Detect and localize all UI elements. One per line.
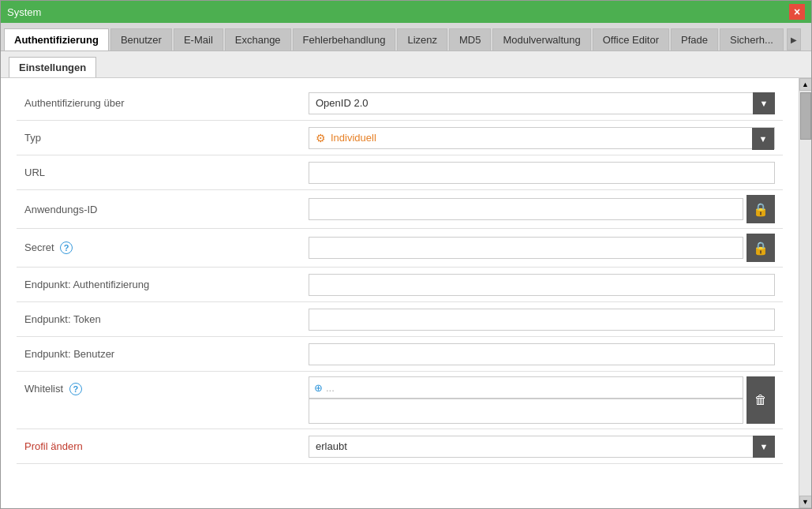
tab-authentifizierung[interactable]: Authentifizierung <box>4 28 109 51</box>
main-content: Authentifizierung über OpenID 2.0 LDAP S… <box>1 78 799 508</box>
typ-select-wrapper: ⚙ Individuell ▼ Individuell Standard <box>309 127 775 149</box>
whitelist-input-row: ⊕ ... <box>309 376 743 399</box>
endpunkt-auth-label: Endpunkt: Authentifizierung <box>17 279 309 290</box>
content-area: Authentifizierung über OpenID 2.0 LDAP S… <box>1 78 811 508</box>
typ-row: Typ ⚙ Individuell ▼ Individuell Standard <box>17 121 783 155</box>
typ-label: Typ <box>17 132 309 144</box>
url-label: URL <box>17 167 309 178</box>
tab-office-editor[interactable]: Office Editor <box>593 28 669 51</box>
secret-help-icon[interactable]: ? <box>60 241 73 254</box>
scrollbar-up-button[interactable]: ▲ <box>799 78 812 91</box>
url-row: URL <box>17 155 783 190</box>
endpunkt-benutzer-row: Endpunkt: Benutzer <box>17 337 783 372</box>
tab-pfade[interactable]: Pfade <box>671 28 718 51</box>
auth-select-wrapper: OpenID 2.0 LDAP SAML Keycloak ▼ <box>309 92 775 114</box>
whitelist-label: Whitelist ? <box>17 376 309 424</box>
endpunkt-token-row: Endpunkt: Token <box>17 302 783 337</box>
auth-row: Authentifizierung über OpenID 2.0 LDAP S… <box>17 86 783 121</box>
profil-select[interactable]: erlaubt nicht erlaubt <box>309 436 775 458</box>
endpunkt-auth-control <box>309 274 783 296</box>
profil-select-wrapper: erlaubt nicht erlaubt ▼ <box>309 436 775 458</box>
scrollbar-down-button[interactable]: ▼ <box>799 496 812 508</box>
tab-lizenz[interactable]: Lizenz <box>397 28 447 51</box>
endpunkt-benutzer-label: Endpunkt: Benutzer <box>17 348 309 360</box>
whitelist-control: ⊕ ... 🗑 <box>309 376 783 424</box>
endpunkt-token-input[interactable] <box>309 309 775 331</box>
endpunkt-auth-input[interactable] <box>309 274 775 296</box>
auth-label: Authentifizierung über <box>17 97 309 109</box>
tab-fehlerbehandlung[interactable]: Fehlerbehandlung <box>293 28 396 51</box>
tab-modulverwaltung[interactable]: Modulverwaltung <box>492 28 590 51</box>
tab-bar: Authentifizierung Benutzer E-Mail Exchan… <box>1 23 811 51</box>
url-control <box>309 162 783 184</box>
whitelist-help-icon[interactable]: ? <box>69 383 82 395</box>
anwendungs-control: 🔒 <box>309 195 783 223</box>
trash-icon: 🗑 <box>754 393 767 407</box>
endpunkt-token-label: Endpunkt: Token <box>17 313 309 325</box>
scrollbar-track: ▲ ▼ <box>799 78 811 508</box>
endpunkt-token-control <box>309 309 783 331</box>
whitelist-text-area[interactable] <box>309 399 743 424</box>
endpunkt-auth-row: Endpunkt: Authentifizierung <box>17 268 783 302</box>
secret-row: Secret ? 🔒 <box>17 229 783 268</box>
anwendungs-lock-button[interactable]: 🔒 <box>747 195 775 223</box>
secret-label: Secret ? <box>17 241 309 254</box>
sub-tab-bar: Einstellungen <box>1 51 811 78</box>
whitelist-placeholder: ... <box>326 382 335 394</box>
endpunkt-benutzer-control <box>309 343 783 365</box>
profil-label: Profil ändern <box>17 440 309 452</box>
whitelist-delete-button[interactable]: 🗑 <box>747 376 775 424</box>
typ-control: ⚙ Individuell ▼ Individuell Standard <box>309 127 783 149</box>
title-bar: System × <box>1 1 811 23</box>
url-input[interactable] <box>309 162 775 184</box>
window-title: System <box>7 6 41 18</box>
secret-lock-icon: 🔒 <box>753 241 769 256</box>
anwendungs-row: Anwendungs-ID 🔒 <box>17 190 783 229</box>
tab-md5[interactable]: MD5 <box>449 28 491 51</box>
scrollbar-thumb[interactable] <box>800 92 811 140</box>
lock-icon: 🔒 <box>753 202 769 217</box>
auth-select[interactable]: OpenID 2.0 LDAP SAML Keycloak <box>309 92 775 114</box>
sub-tab-einstellungen[interactable]: Einstellungen <box>9 57 96 77</box>
tab-benutzer[interactable]: Benutzer <box>110 28 172 51</box>
main-window: System × Authentifizierung Benutzer E-Ma… <box>0 0 812 509</box>
secret-lock-button[interactable]: 🔒 <box>747 234 775 262</box>
whitelist-row: Whitelist ? ⊕ ... 🗑 <box>17 372 783 429</box>
tab-exchange[interactable]: Exchange <box>225 28 291 51</box>
tab-sicherheit[interactable]: Sicherh... <box>720 28 784 51</box>
whitelist-plus-icon: ⊕ <box>314 382 323 394</box>
tab-scroll-right[interactable]: ▶ <box>787 28 801 51</box>
endpunkt-benutzer-input[interactable] <box>309 343 775 365</box>
whitelist-area: ⊕ ... <box>309 376 743 424</box>
secret-control: 🔒 <box>309 234 783 262</box>
profil-control: erlaubt nicht erlaubt ▼ <box>309 436 783 458</box>
anwendungs-input[interactable] <box>309 198 743 220</box>
auth-control: OpenID 2.0 LDAP SAML Keycloak ▼ <box>309 92 783 114</box>
tab-email[interactable]: E-Mail <box>174 28 223 51</box>
close-button[interactable]: × <box>789 4 805 20</box>
anwendungs-label: Anwendungs-ID <box>17 204 309 215</box>
secret-input[interactable] <box>309 237 743 259</box>
profil-row: Profil ändern erlaubt nicht erlaubt ▼ <box>17 429 783 464</box>
